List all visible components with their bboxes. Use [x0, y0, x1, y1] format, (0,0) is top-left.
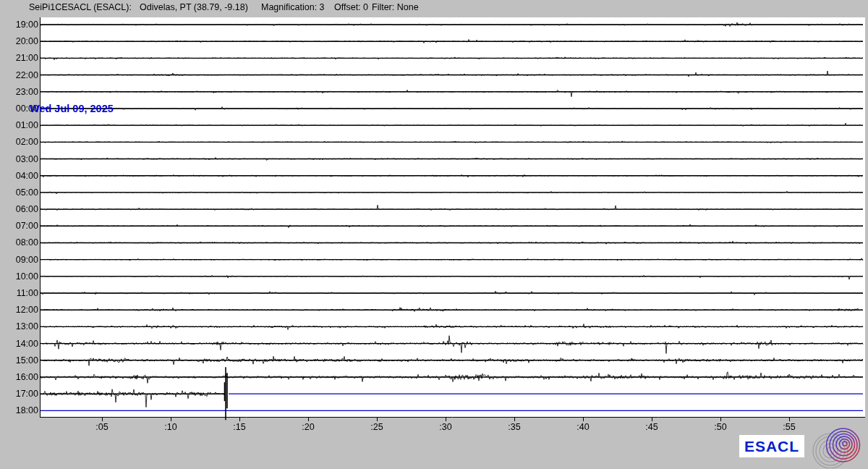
- minute-tick-label: :40: [567, 422, 599, 432]
- minute-tick-label: :35: [498, 422, 530, 432]
- offset-label: Offset: 0: [334, 2, 368, 13]
- minute-tick-label: :15: [224, 422, 255, 432]
- minute-tick-label: :20: [292, 422, 324, 432]
- esacl-logo: ESACL: [739, 435, 804, 457]
- hour-label: 02:00: [0, 137, 38, 147]
- minute-tick-label: :05: [86, 422, 118, 432]
- minute-tick-label: :50: [705, 422, 736, 432]
- esacl-spiral-icon: [812, 426, 866, 468]
- filter-label: Filter: None: [372, 2, 419, 13]
- hour-label: 04:00: [0, 171, 38, 181]
- hour-label: 16:00: [0, 372, 38, 382]
- hour-label: 14:00: [0, 339, 38, 349]
- minute-tick-label: :55: [773, 422, 805, 432]
- hour-label: 06:00: [0, 204, 38, 214]
- hour-label: 18:00: [0, 405, 38, 415]
- minute-tick-label: :25: [361, 422, 393, 432]
- esacl-logo-text: ESACL: [744, 439, 799, 454]
- hour-label: 05:00: [0, 187, 38, 198]
- hour-label: 19:00: [0, 20, 38, 30]
- hour-label: 11:00: [0, 288, 38, 298]
- hour-label: 22:00: [0, 70, 38, 80]
- hour-label: 03:00: [0, 154, 38, 164]
- station-label: SeiPi1CESACL (ESACL):: [29, 2, 132, 13]
- hour-label: 12:00: [0, 305, 38, 315]
- hour-label: 13:00: [0, 321, 38, 331]
- hour-label: 01:00: [0, 120, 38, 130]
- hour-label: 20:00: [0, 36, 38, 46]
- minute-tick-label: :45: [636, 422, 668, 432]
- hour-label: 15:00: [0, 355, 38, 366]
- magnification-label: Magnification: 3: [261, 2, 325, 13]
- hour-label: 21:00: [0, 53, 38, 63]
- hour-label: 07:00: [0, 221, 38, 231]
- hour-label: 08:00: [0, 237, 38, 248]
- hour-label: 23:00: [0, 87, 38, 97]
- location-label: Odivelas, PT (38.79, -9.18): [140, 2, 248, 13]
- date-label: Wed Jul 09, 2025: [30, 103, 114, 114]
- hour-label: 17:00: [0, 389, 38, 399]
- helicorder-window: SeiPi1CESACL (ESACL): Odivelas, PT (38.7…: [0, 0, 868, 469]
- hour-label: 10:00: [0, 271, 38, 282]
- minute-tick-label: :10: [155, 422, 187, 432]
- hour-label: 09:00: [0, 255, 38, 265]
- minute-tick-label: :30: [430, 422, 461, 432]
- helicorder-plot: [0, 0, 868, 469]
